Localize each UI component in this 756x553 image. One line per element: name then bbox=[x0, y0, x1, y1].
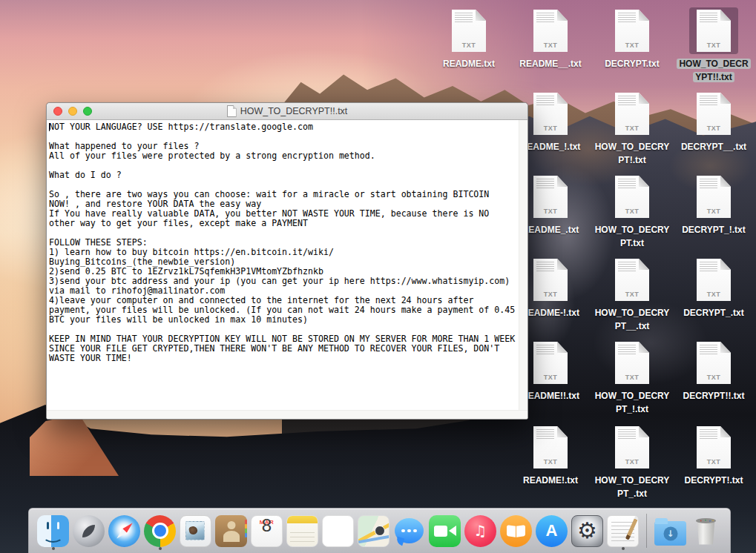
dock-icon-messages[interactable] bbox=[393, 510, 425, 552]
minimize-button[interactable] bbox=[68, 107, 77, 116]
file-name-label: DECRYPT!!.txt bbox=[683, 391, 745, 401]
dock-icon-appstore[interactable]: A bbox=[536, 510, 568, 552]
file-name-label: DECRYPT.txt bbox=[605, 59, 660, 69]
dock-icon-maps[interactable] bbox=[358, 510, 389, 552]
desktop-icon-decrypt-txt[interactable]: TXTDECRYPT_.txt bbox=[675, 256, 752, 319]
dock-icon-trash[interactable] bbox=[690, 510, 722, 552]
running-indicator bbox=[622, 547, 625, 550]
txt-file-icon: TXT bbox=[689, 173, 738, 220]
desktop-icon-how-to-decrypt-txt[interactable]: TXTHOW_TO_DECRYPT!.txt bbox=[594, 90, 671, 166]
txt-file-icon: TXT bbox=[608, 424, 657, 471]
desktop-icon-decrypt-txt[interactable]: TXTDECRYPT!!.txt bbox=[675, 340, 752, 402]
desktop-icon-readme-txt[interactable]: TXTREADME.txt bbox=[430, 7, 507, 70]
file-name-label: README!!.txt bbox=[522, 391, 579, 401]
txt-file-icon: TXT bbox=[608, 173, 657, 220]
file-name-label: DECRYPT_.txt bbox=[683, 308, 744, 318]
txt-file-icon: TXT bbox=[526, 7, 575, 54]
dock-icon-reminders[interactable] bbox=[322, 510, 354, 552]
txt-file-icon: TXT bbox=[689, 424, 738, 471]
dock-icon-notes[interactable] bbox=[286, 510, 318, 552]
txt-file-icon: TXT bbox=[689, 256, 738, 303]
dock: MAR8♫A⚙↓ bbox=[28, 508, 731, 553]
dock-icon-textedit[interactable] bbox=[607, 510, 639, 552]
window-title: HOW_TO_DECRYPT!!.txt bbox=[240, 103, 348, 119]
file-name-label: HOW_TO_DECRYPT!!.txt bbox=[677, 59, 750, 82]
desktop-icon-decrypt-txt[interactable]: TXTDECRYPT.txt bbox=[594, 7, 671, 70]
dock-separator bbox=[646, 514, 647, 548]
desktop-icon-how-to-decrypt-txt[interactable]: TXTHOW_TO_DECRYPT__.txt bbox=[594, 256, 671, 332]
desktop-icon-how-to-decrypt-txt[interactable]: TXTHOW_TO_DECRYPT.txt bbox=[594, 173, 671, 249]
txt-file-icon: TXT bbox=[444, 7, 493, 54]
document-icon bbox=[227, 105, 237, 117]
txt-file-icon: TXT bbox=[526, 90, 575, 137]
txt-file-icon: TXT bbox=[689, 340, 738, 386]
textedit-window: HOW_TO_DECRYPT!!.txt NOT YOUR LANGUAGE? … bbox=[46, 102, 528, 420]
txt-file-icon: TXT bbox=[526, 340, 575, 386]
desktop-icon-readme-txt[interactable]: TXTREADME!.txt bbox=[512, 424, 589, 486]
file-name-label: README-!.txt bbox=[522, 308, 579, 318]
file-name-label: DECRYPT_!.txt bbox=[682, 225, 746, 235]
file-name-label: HOW_TO_DECRYPT__.txt bbox=[595, 308, 670, 331]
dock-icon-downloads[interactable]: ↓ bbox=[654, 510, 686, 552]
txt-file-icon: TXT bbox=[608, 340, 657, 386]
running-indicator bbox=[52, 547, 55, 550]
close-button[interactable] bbox=[53, 107, 62, 116]
desktop-icon-decrypt-txt[interactable]: TXTDECRYPT__.txt bbox=[675, 90, 752, 153]
dock-icon-itunes[interactable]: ♫ bbox=[464, 510, 496, 552]
txt-file-icon: TXT bbox=[526, 256, 575, 303]
zoom-button[interactable] bbox=[83, 107, 92, 116]
dock-icon-sysprefs[interactable]: ⚙ bbox=[571, 510, 603, 552]
file-name-label: HOW_TO_DECRYPT_!.txt bbox=[595, 391, 670, 414]
txt-file-icon: TXT bbox=[526, 173, 575, 220]
file-name-label: README__.txt bbox=[519, 59, 581, 69]
dock-icon-ibooks[interactable] bbox=[500, 510, 532, 552]
desktop-icon-decrypt-txt[interactable]: TXTDECRYPT!.txt bbox=[675, 424, 752, 486]
txt-file-icon: TXT bbox=[608, 7, 657, 54]
txt-file-icon: TXT bbox=[608, 90, 657, 137]
document-content-area[interactable]: NOT YOUR LANGUAGE? USE https://translate… bbox=[47, 120, 527, 419]
desktop-icon-decrypt-txt[interactable]: TXTDECRYPT_!.txt bbox=[675, 173, 752, 236]
document-text[interactable]: NOT YOUR LANGUAGE? USE https://translate… bbox=[47, 120, 527, 363]
dock-icon-contacts[interactable] bbox=[215, 510, 247, 552]
desktop-icon-how-to-decrypt-txt[interactable]: TXTHOW_TO_DECRYPT_.txt bbox=[594, 424, 671, 500]
file-name-label: DECRYPT!.txt bbox=[685, 475, 743, 486]
txt-file-icon: TXT bbox=[689, 90, 738, 137]
dock-icon-mail[interactable] bbox=[180, 510, 211, 552]
traffic-lights bbox=[53, 107, 92, 116]
txt-file-icon: TXT bbox=[608, 256, 657, 303]
file-name-label: README!.txt bbox=[523, 475, 578, 486]
file-name-label: HOW_TO_DECRYPT_.txt bbox=[595, 475, 670, 499]
file-name-label: README.txt bbox=[443, 59, 495, 69]
dock-icon-calendar[interactable]: MAR8 bbox=[251, 510, 283, 552]
file-name-label: DECRYPT__.txt bbox=[681, 142, 746, 152]
text-caret bbox=[49, 123, 50, 131]
file-name-label: HOW_TO_DECRYPT.txt bbox=[595, 225, 670, 248]
dock-icon-launchpad[interactable] bbox=[73, 510, 105, 552]
txt-file-icon: TXT bbox=[526, 424, 575, 471]
horizontal-scrollbar[interactable] bbox=[47, 410, 527, 419]
dock-icon-safari[interactable] bbox=[108, 510, 140, 552]
dock-icon-facetime[interactable] bbox=[429, 510, 461, 552]
txt-file-icon: TXT bbox=[689, 7, 738, 54]
running-indicator bbox=[159, 547, 162, 550]
file-name-label: HOW_TO_DECRYPT!.txt bbox=[595, 142, 670, 165]
desktop-icon-how-to-decrypt-txt[interactable]: TXTHOW_TO_DECRYPT_!.txt bbox=[594, 340, 671, 415]
desktop-icon-how-to-decrypt-txt[interactable]: TXTHOW_TO_DECRYPT!!.txt bbox=[675, 7, 752, 83]
vertical-scrollbar[interactable] bbox=[519, 120, 527, 411]
window-titlebar[interactable]: HOW_TO_DECRYPT!!.txt bbox=[47, 103, 527, 120]
dock-items: MAR8♫A⚙↓ bbox=[29, 509, 730, 553]
desktop-icon-readme-txt[interactable]: TXTREADME__.txt bbox=[512, 7, 589, 70]
window-title-area: HOW_TO_DECRYPT!!.txt bbox=[47, 103, 527, 119]
file-name-label: README_!.txt bbox=[521, 142, 581, 152]
file-name-label: README_.txt bbox=[522, 225, 579, 235]
dock-icon-chrome[interactable] bbox=[144, 510, 176, 552]
dock-icon-finder[interactable] bbox=[37, 510, 69, 552]
